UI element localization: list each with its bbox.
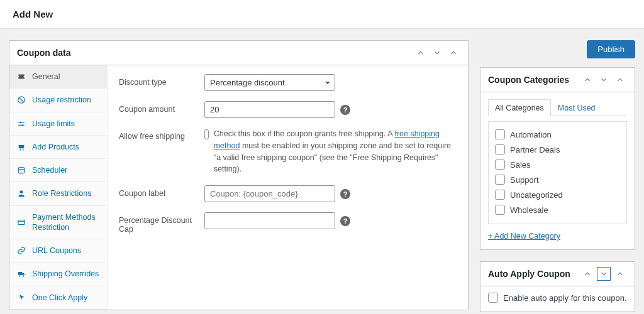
toggle-icon[interactable] — [613, 267, 627, 281]
discount-type-label: Discount type — [119, 74, 199, 87]
coupon-data-panel: Coupon data General Usage restriction — [9, 40, 469, 310]
cat-tab-all[interactable]: All Categories — [488, 99, 551, 116]
svg-point-8 — [20, 191, 23, 194]
svg-point-2 — [19, 121, 21, 122]
allow-free-shipping-description: Check this box if the coupon grants free… — [214, 128, 457, 175]
coupon-label-input[interactable] — [204, 185, 335, 202]
svg-point-4 — [19, 149, 21, 151]
coupon-categories-title: Coupon Categories — [488, 75, 569, 85]
svg-rect-6 — [18, 168, 24, 173]
svg-point-11 — [19, 276, 20, 277]
ticket-icon — [17, 72, 26, 81]
tab-usage-limits[interactable]: Usage limits — [9, 112, 107, 136]
auto-apply-panel: Auto Apply Coupon Enable auto apply for … — [480, 261, 635, 312]
link-icon — [17, 246, 26, 255]
tab-role-restrictions[interactable]: Role Restrictions — [9, 182, 107, 205]
tab-shipping-overrides[interactable]: Shipping Overrides — [9, 263, 107, 286]
cat-tab-most-used[interactable]: Most Used — [551, 99, 602, 116]
move-down-icon[interactable] — [597, 73, 611, 87]
tab-general[interactable]: General — [9, 65, 107, 89]
panel-handle-actions — [414, 46, 460, 60]
help-icon[interactable]: ? — [340, 189, 350, 199]
add-new-category-link[interactable]: + Add New Category — [488, 232, 560, 241]
category-checkbox[interactable] — [495, 205, 505, 215]
toggle-icon[interactable] — [447, 46, 460, 60]
tab-payment-methods[interactable]: Payment Methods Restriction — [9, 206, 107, 240]
svg-point-12 — [23, 276, 24, 277]
svg-line-1 — [19, 98, 24, 102]
percentage-cap-label: Percentage Discount Cap — [119, 212, 199, 234]
toggle-icon[interactable] — [613, 73, 627, 87]
sliders-icon — [17, 119, 26, 128]
category-checkbox[interactable] — [495, 129, 505, 139]
ban-icon — [17, 95, 26, 104]
category-item[interactable]: Partner Deals — [495, 142, 620, 157]
category-checkbox[interactable] — [495, 175, 505, 185]
credit-card-icon — [17, 218, 26, 227]
move-up-icon[interactable] — [414, 46, 428, 60]
auto-apply-title: Auto Apply Coupon — [488, 269, 570, 279]
move-up-icon[interactable] — [580, 267, 594, 281]
coupon-categories-panel: Coupon Categories All Categories Most Us… — [480, 67, 635, 250]
category-checkbox[interactable] — [495, 190, 505, 200]
publish-button[interactable]: Publish — [587, 40, 635, 58]
coupon-amount-input[interactable] — [204, 101, 335, 118]
allow-free-shipping-label: Allow free shipping — [119, 128, 199, 141]
general-panel: Discount type Percentage discount Coupon… — [108, 65, 468, 310]
tab-one-click-apply[interactable]: One Click Apply — [9, 286, 107, 310]
tab-scheduler[interactable]: Scheduler — [9, 159, 107, 182]
category-list: Automation Partner Deals Sales Support U… — [488, 121, 627, 224]
coupon-label-label: Coupon label — [119, 185, 199, 198]
page-header: Add New — [0, 0, 644, 29]
calendar-icon — [17, 166, 26, 175]
coupon-tabs: General Usage restriction Usage limits A… — [9, 65, 108, 310]
auto-apply-checkbox[interactable] — [488, 293, 498, 303]
help-icon[interactable]: ? — [340, 105, 350, 115]
move-down-icon[interactable] — [430, 46, 444, 60]
svg-point-5 — [23, 149, 24, 151]
page-title: Add New — [13, 9, 631, 19]
truck-icon — [17, 269, 26, 278]
move-up-icon[interactable] — [580, 73, 594, 87]
category-item[interactable]: Support — [495, 172, 620, 187]
user-icon — [17, 189, 26, 198]
cart-icon — [17, 143, 26, 151]
help-icon[interactable]: ? — [340, 216, 350, 226]
coupon-data-title: Coupon data — [17, 48, 71, 58]
move-down-icon[interactable] — [597, 267, 611, 281]
tab-url-coupons[interactable]: URL Coupons — [9, 239, 107, 263]
auto-apply-row[interactable]: Enable auto apply for this coupon. — [488, 293, 627, 303]
category-item[interactable]: Wholesale — [495, 202, 620, 217]
category-checkbox[interactable] — [495, 160, 505, 170]
category-item[interactable]: Uncategorized — [495, 187, 620, 202]
tab-add-products[interactable]: Add Products — [9, 136, 107, 159]
coupon-amount-label: Coupon amount — [119, 101, 199, 114]
category-item[interactable]: Automation — [495, 127, 620, 142]
discount-type-select[interactable]: Percentage discount — [204, 74, 335, 91]
svg-rect-9 — [18, 220, 25, 224]
pointer-icon — [17, 293, 26, 302]
category-item[interactable]: Sales — [495, 157, 620, 172]
tab-usage-restriction[interactable]: Usage restriction — [9, 89, 107, 112]
svg-point-3 — [22, 124, 23, 126]
allow-free-shipping-checkbox[interactable] — [204, 129, 209, 139]
percentage-cap-input[interactable] — [204, 212, 335, 229]
category-checkbox[interactable] — [495, 144, 505, 154]
